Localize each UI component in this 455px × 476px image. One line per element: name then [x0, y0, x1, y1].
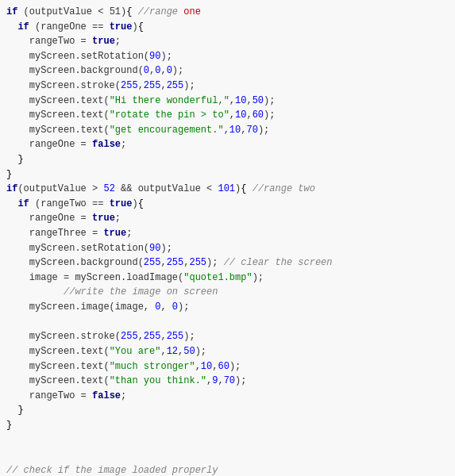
empty-line-31 [6, 448, 449, 463]
code-line-1: if (outputValue < 51){ //range one [6, 5, 449, 20]
code-line-16: rangeThree = true; [6, 226, 449, 241]
code-line-5: myScreen.background(0,0,0); [6, 63, 449, 79]
code-line-23: myScreen.stroke(255,255,255); [6, 329, 449, 344]
code-line-12: } [6, 167, 449, 182]
code-line-2: if (rangeOne == true){ [6, 20, 449, 35]
code-line-17: myScreen.setRotation(90); [6, 241, 449, 256]
code-line-32: // check if the image loaded properly [6, 463, 449, 476]
code-line-18: myScreen.background(255,255,255); // cle… [6, 255, 449, 271]
code-line-10: rangeOne = false; [6, 137, 449, 152]
empty-line-30 [6, 433, 449, 448]
code-line-9: myScreen.text("get encouragement.",10,70… [6, 123, 449, 138]
code-line-29: } [6, 418, 449, 433]
code-line-13: if(outputValue > 52 && outputValue < 101… [6, 182, 449, 197]
code-line-28: } [6, 403, 449, 418]
code-line-15: rangeOne = true; [6, 211, 449, 226]
code-line-26: myScreen.text("than you think.",9,70); [6, 374, 449, 389]
code-line-25: myScreen.text("much stronger",10,60); [6, 359, 449, 374]
code-line-21: myScreen.image(image, 0, 0); [6, 300, 449, 315]
code-line-11: } [6, 152, 449, 167]
code-line-14: if (rangeTwo == true){ [6, 197, 449, 212]
code-line-8: myScreen.text("rotate the pin > to",10,6… [6, 108, 449, 123]
empty-line-22 [6, 314, 449, 329]
code-line-19: image = myScreen.loadImage("quote1.bmp")… [6, 271, 449, 286]
code-line-4: myScreen.setRotation(90); [6, 49, 449, 64]
code-editor: if (outputValue < 51){ //range one if (r… [0, 0, 455, 476]
code-line-7: myScreen.text("Hi there wonderful,",10,5… [6, 94, 449, 109]
code-line-3: rangeTwo = true; [6, 34, 449, 49]
code-line-24: myScreen.text("You are",12,50); [6, 344, 449, 359]
code-line-6: myScreen.stroke(255,255,255); [6, 79, 449, 94]
code-line-20: //write the image on screen [6, 285, 449, 300]
code-line-27: rangeTwo = false; [6, 389, 449, 404]
